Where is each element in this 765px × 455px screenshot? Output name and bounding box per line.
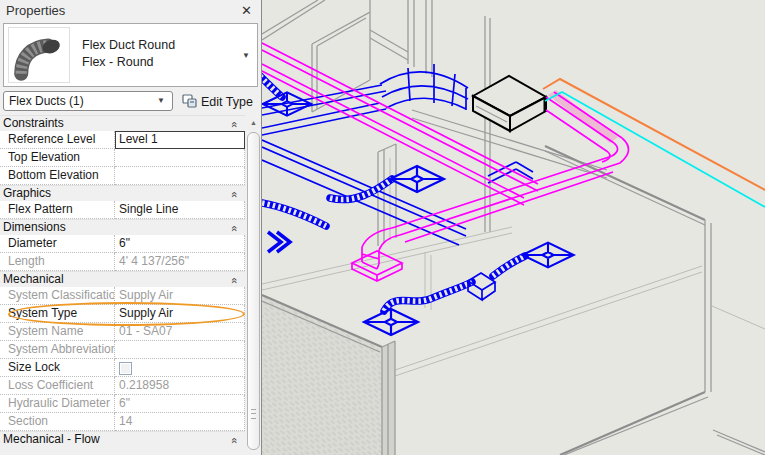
flex-duct-elbow-image (9, 28, 69, 82)
prop-row-reference-level: Reference LevelLevel 1 (0, 131, 245, 149)
palette-titlebar[interactable]: Properties ✕ (0, 0, 261, 22)
prop-row-system-classification: System ClassificationSupply Air (0, 287, 245, 305)
property-grid: Constraints«Reference LevelLevel 1Top El… (0, 115, 245, 447)
scrollbar-thumb[interactable] (247, 132, 260, 450)
section-header-mechanical[interactable]: Mechanical« (0, 271, 245, 287)
prop-label: Loss Coefficient (0, 377, 115, 395)
prop-value-diameter[interactable]: 6" (115, 235, 245, 253)
prop-value-system-type[interactable]: Supply Air (115, 305, 245, 323)
collapse-chevron-icon[interactable]: « (226, 437, 241, 443)
prop-value-loss-coefficient: 0.218958 (115, 377, 245, 395)
section-header-mechanical-flow[interactable]: Mechanical - Flow« (0, 431, 245, 447)
prop-row-length: Length4' 4 137/256" (0, 253, 245, 271)
section-header-constraints[interactable]: Constraints« (0, 115, 245, 131)
type-name: Flex - Round (82, 54, 175, 71)
prop-row-system-name: System Name01 - SA07 (0, 323, 245, 341)
scrollbar[interactable]: ▲ (246, 115, 261, 455)
section-label: Mechanical (3, 272, 64, 286)
prop-value-bottom-elevation[interactable] (115, 167, 245, 185)
prop-label: System Name (0, 323, 115, 341)
prop-row-section: Section14 (0, 413, 245, 431)
prop-label: Diameter (0, 235, 115, 253)
collapse-chevron-icon[interactable]: « (226, 277, 241, 283)
prop-row-flex-pattern: Flex PatternSingle Line (0, 201, 245, 219)
selection-filter-value: Flex Ducts (1) (9, 94, 84, 108)
section-label: Mechanical - Flow (3, 432, 100, 446)
size-lock-checkbox[interactable] (119, 362, 132, 375)
scrollbar-grip (251, 409, 256, 419)
prop-row-top-elevation: Top Elevation (0, 149, 245, 167)
property-grid-wrap: Constraints«Reference LevelLevel 1Top El… (0, 115, 262, 455)
3d-view[interactable] (262, 0, 765, 455)
prop-value-system-abbreviation (115, 341, 245, 359)
palette-title: Properties (6, 3, 65, 18)
prop-value-top-elevation[interactable] (115, 149, 245, 167)
properties-palette: Properties ✕ Flex Duct Round Flex - Roun… (0, 0, 262, 455)
type-thumbnail (8, 27, 70, 83)
family-name: Flex Duct Round (82, 37, 175, 54)
section-header-dimensions[interactable]: Dimensions« (0, 219, 245, 235)
prop-value-length: 4' 4 137/256" (115, 253, 245, 271)
prop-value-reference-level[interactable]: Level 1 (115, 131, 245, 149)
collapse-chevron-icon[interactable]: « (226, 225, 241, 231)
edit-type-button[interactable]: Edit Type (180, 91, 255, 112)
collapse-chevron-icon[interactable]: « (226, 121, 241, 127)
prop-label: System Abbreviation (0, 341, 115, 359)
section-label: Constraints (3, 116, 64, 130)
prop-row-size-lock: Size Lock (0, 359, 245, 377)
close-icon[interactable]: ✕ (241, 0, 252, 22)
prop-label: Bottom Elevation (0, 167, 115, 185)
prop-value-hydraulic-diameter: 6" (115, 395, 245, 413)
edit-type-label: Edit Type (201, 95, 253, 109)
prop-label: Section (0, 413, 115, 431)
prop-value-system-classification: Supply Air (115, 287, 245, 305)
prop-row-bottom-elevation: Bottom Elevation (0, 167, 245, 185)
collapse-chevron-icon[interactable]: « (226, 191, 241, 197)
selection-filter-combo[interactable]: Flex Ducts (1) ▼ (3, 91, 173, 111)
section-label: Graphics (3, 186, 51, 200)
prop-value-section: 14 (115, 413, 245, 431)
chevron-down-icon[interactable]: ▼ (242, 51, 250, 60)
scroll-up-icon[interactable]: ▲ (246, 115, 261, 130)
edit-type-icon (182, 93, 197, 111)
section-header-graphics[interactable]: Graphics« (0, 185, 245, 201)
prop-row-diameter: Diameter6" (0, 235, 245, 253)
prop-label: Flex Pattern (0, 201, 115, 219)
prop-label: Size Lock (0, 359, 115, 377)
prop-label: System Classification (0, 287, 115, 305)
prop-label: Length (0, 253, 115, 271)
prop-label: Hydraulic Diameter (0, 395, 115, 413)
prop-label: System Type (0, 305, 115, 323)
prop-label: Top Elevation (0, 149, 115, 167)
prop-label: Reference Level (0, 131, 115, 149)
chevron-down-icon: ▼ (157, 92, 165, 110)
prop-row-system-abbreviation: System Abbreviation (0, 341, 245, 359)
prop-row-hydraulic-diameter: Hydraulic Diameter6" (0, 395, 245, 413)
prop-value-size-lock[interactable] (115, 359, 245, 377)
prop-value-system-name: 01 - SA07 (115, 323, 245, 341)
prop-row-system-type: System TypeSupply Air (0, 305, 245, 323)
section-label: Dimensions (3, 220, 66, 234)
revit-workspace: Properties ✕ Flex Duct Round Flex - Roun… (0, 0, 765, 455)
prop-value-flex-pattern[interactable]: Single Line (115, 201, 245, 219)
type-selector[interactable]: Flex Duct Round Flex - Round ▼ (3, 23, 258, 87)
prop-row-loss-coefficient: Loss Coefficient0.218958 (0, 377, 245, 395)
